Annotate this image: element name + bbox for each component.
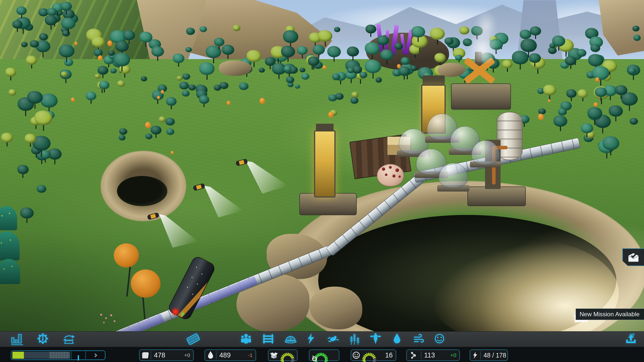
storage-tank[interactable] — [497, 112, 522, 160]
water-drop-icon — [392, 333, 402, 345]
tree — [377, 35, 389, 45]
storage-resource[interactable] — [268, 349, 298, 361]
power-resource[interactable]: 48 / 178 — [470, 349, 508, 361]
oxygen-resource[interactable]: O2 — [309, 349, 339, 361]
power-overlay-button[interactable] — [305, 332, 316, 345]
bread-icon — [141, 351, 150, 360]
tree — [61, 18, 75, 29]
tree — [115, 41, 129, 52]
tree — [577, 49, 586, 57]
tree — [37, 185, 46, 193]
tree — [530, 26, 541, 35]
smelter-platform[interactable] — [451, 83, 511, 110]
tree — [166, 128, 174, 135]
tree — [141, 76, 147, 81]
small-crater-hole — [117, 176, 167, 206]
tree — [632, 26, 639, 31]
tray-up-icon — [624, 332, 638, 345]
tree — [9, 89, 17, 96]
habitat-overlay-button[interactable] — [284, 332, 297, 345]
tree — [41, 94, 58, 108]
game-viewport: 478 +0 489 -1 O2 — [0, 0, 644, 362]
tree — [529, 53, 541, 63]
tree — [592, 66, 609, 80]
tree — [332, 73, 340, 80]
tree — [98, 66, 108, 75]
orange-fruit — [538, 114, 544, 120]
tree — [281, 46, 295, 57]
tree — [411, 26, 425, 37]
orange-fruit — [260, 98, 265, 104]
tree — [334, 27, 340, 32]
nanites-resource[interactable]: n 113 +0 — [406, 349, 460, 361]
tree — [376, 77, 382, 82]
gear-info-icon — [37, 333, 49, 345]
air-overlay-button[interactable] — [413, 333, 426, 344]
tree — [394, 43, 403, 50]
boulder — [219, 60, 252, 76]
tree — [558, 108, 567, 115]
colonists-overlay-button[interactable] — [239, 332, 253, 345]
tree — [259, 68, 265, 73]
tree — [222, 45, 234, 55]
tree — [114, 53, 130, 66]
shuffle-arrows-icon — [63, 333, 75, 345]
happiness-resource[interactable]: 16 — [351, 349, 396, 361]
storage-rack-icon — [262, 333, 274, 345]
tree — [145, 133, 152, 139]
tree — [166, 97, 177, 106]
drone-icon — [326, 333, 340, 345]
colonists-icon — [240, 333, 252, 345]
tree — [543, 85, 556, 95]
trade-button[interactable] — [62, 332, 75, 345]
tree — [380, 50, 393, 60]
mining-drill[interactable] — [314, 130, 336, 198]
tree — [247, 50, 261, 62]
tree — [284, 66, 292, 72]
mail-notification-button[interactable] — [622, 248, 644, 266]
water-drop-icon — [207, 351, 214, 360]
water-value: 489 — [217, 351, 231, 359]
tree — [313, 45, 325, 55]
tree — [110, 68, 117, 74]
tree — [445, 37, 453, 45]
tree — [17, 165, 29, 174]
tree — [628, 68, 636, 74]
info-button[interactable] — [36, 332, 49, 345]
mail-check-icon — [627, 252, 640, 263]
crops-overlay-button[interactable] — [348, 332, 361, 345]
tower-platform[interactable] — [467, 187, 526, 206]
tree — [30, 40, 39, 48]
alien-egg-creature — [377, 164, 404, 187]
morale-overlay-button[interactable] — [433, 332, 446, 345]
nanites-value: 113 — [421, 351, 435, 359]
smiley-icon — [352, 351, 360, 359]
drill-cap — [316, 124, 334, 131]
tree — [159, 116, 166, 122]
drones-overlay-button[interactable] — [326, 333, 340, 345]
tree — [27, 91, 43, 104]
orange-fruit — [107, 40, 112, 46]
mission-tooltip[interactable]: New Mission Available — [576, 308, 644, 320]
tree — [123, 30, 135, 40]
tree — [86, 92, 97, 100]
orange-fruit — [74, 42, 77, 45]
food-resource[interactable]: 478 +0 — [139, 349, 194, 361]
tree — [34, 111, 52, 125]
tree — [308, 56, 319, 66]
construction-menu-button[interactable] — [185, 332, 202, 346]
tree — [16, 6, 27, 15]
tree — [552, 35, 566, 46]
export-button[interactable] — [624, 332, 638, 345]
tree — [200, 26, 207, 32]
tree — [630, 118, 638, 125]
statistics-button[interactable] — [11, 333, 23, 344]
water-resource[interactable]: 489 -1 — [205, 349, 256, 361]
mining-overlay-button[interactable] — [369, 332, 382, 345]
tree — [117, 80, 125, 87]
tree — [347, 47, 359, 57]
tree — [430, 28, 445, 40]
storage-overlay-button[interactable] — [262, 332, 275, 345]
tree — [186, 28, 195, 35]
water-overlay-button[interactable] — [391, 332, 403, 345]
